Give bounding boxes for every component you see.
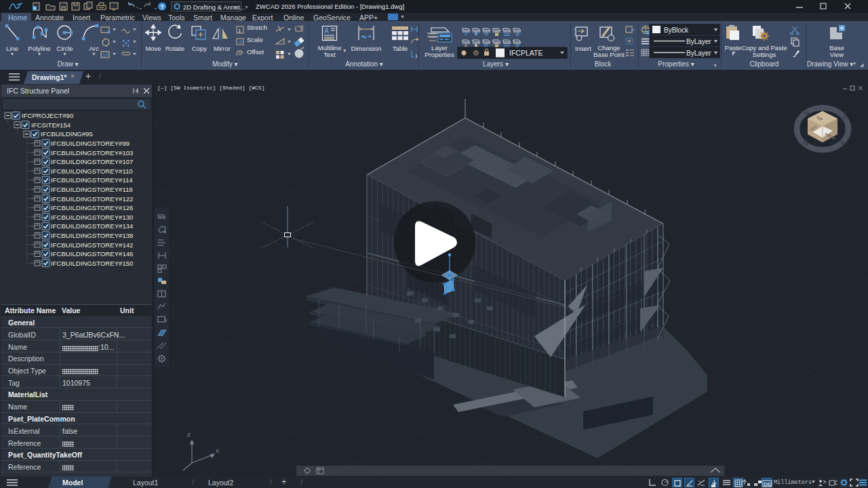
svg-text:Scale: Scale	[247, 36, 263, 43]
svg-text:IFCBUILDINGSTOREY#138: IFCBUILDINGSTOREY#138	[51, 232, 133, 239]
svg-text:IFCBUILDINGSTOREY#150: IFCBUILDINGSTOREY#150	[51, 260, 133, 267]
svg-text:IFCBUILDINGSTOREY#142: IFCBUILDINGSTOREY#142	[51, 241, 133, 249]
svg-text:IFCBUILDINGSTOREY#126: IFCBUILDINGSTOREY#126	[51, 204, 133, 211]
svg-text:IFCSITE#154: IFCSITE#154	[31, 121, 71, 129]
svg-text:IFCBUILDINGSTOREY#118: IFCBUILDINGSTOREY#118	[51, 186, 133, 193]
svg-text:IFCBUILDINGSTOREY#146: IFCBUILDINGSTOREY#146	[51, 250, 133, 258]
svg-text:IFCBUILDINGSTOREY#110: IFCBUILDINGSTOREY#110	[51, 167, 133, 175]
svg-text:IFCBUILDINGSTOREY#107: IFCBUILDINGSTOREY#107	[51, 158, 133, 165]
svg-text:1: 1	[238, 28, 241, 34]
svg-text:IFCBUILDINGSTOREY#134: IFCBUILDINGSTOREY#134	[51, 222, 134, 230]
svg-text:ByBlock: ByBlock	[664, 26, 689, 34]
svg-text:Stretch: Stretch	[247, 24, 267, 31]
svg-text:IFCBUILDINGSTOREY#122: IFCBUILDINGSTOREY#122	[51, 195, 133, 203]
svg-text:IFCBUILDINGSTOREY#114: IFCBUILDINGSTOREY#114	[51, 176, 133, 184]
svg-text:Offset: Offset	[247, 48, 264, 56]
svg-text:IFCBUILDINGSTOREY#99: IFCBUILDINGSTOREY#99	[51, 140, 130, 147]
svg-text:IFCBUILDINGSTOREY#103: IFCBUILDINGSTOREY#103	[51, 149, 133, 157]
svg-text:X: X	[216, 448, 220, 454]
svg-text:IFCBUILDINGSTOREY#130: IFCBUILDINGSTOREY#130	[51, 214, 133, 221]
svg-text:?: ?	[160, 3, 164, 10]
svg-text:IFCBUILDING#95: IFCBUILDING#95	[41, 130, 93, 138]
svg-text:IFCPLATE: IFCPLATE	[509, 49, 542, 57]
svg-text:IFCPROJECT#90: IFCPROJECT#90	[22, 112, 73, 119]
svg-text:[—] [SW Isometric] [Shaded]: [—] [SW Isometric] [Shaded] [WCS]	[157, 85, 264, 91]
svg-text:A: A	[324, 27, 329, 35]
svg-text:1: 1	[415, 54, 418, 58]
svg-text:DD: DD	[764, 481, 772, 487]
svg-text:ByLayer: ByLayer	[686, 49, 711, 57]
svg-text:ByLayer: ByLayer	[686, 38, 711, 45]
svg-text:Z: Z	[187, 432, 191, 438]
